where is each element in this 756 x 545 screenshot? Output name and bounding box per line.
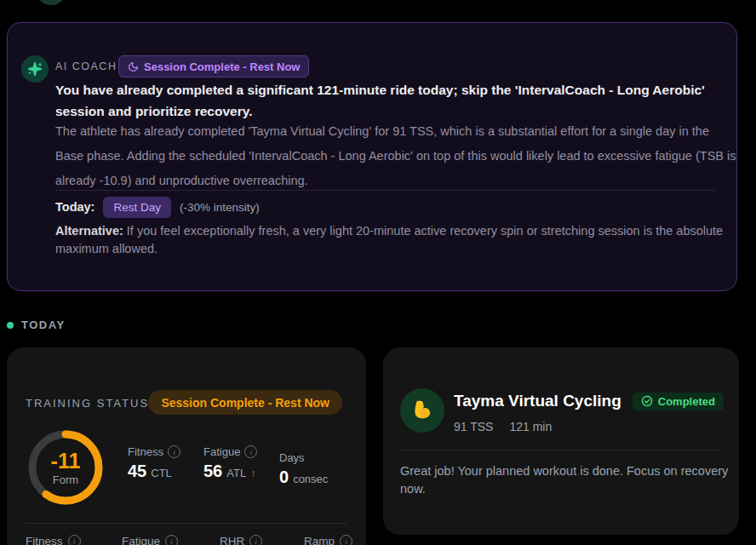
fatigue-value: 56 xyxy=(203,462,222,481)
ai-coach-card: AI COACH Session Complete - Rest Now You… xyxy=(7,22,737,291)
check-circle-icon xyxy=(641,395,653,407)
ai-status-badge-label: Session Complete - Rest Now xyxy=(144,60,300,73)
ai-coach-label: AI COACH xyxy=(55,60,117,72)
workout-message: Great job! Your planned workout is done.… xyxy=(400,462,729,498)
footer-ramp: Ramp i xyxy=(304,535,352,545)
alternative-label: Alternative: xyxy=(55,224,123,238)
workout-card-divider xyxy=(400,450,722,450)
form-gauge: -11 Form xyxy=(25,427,106,508)
workout-tss: 91 TSS xyxy=(454,420,493,433)
fitness-value: 45 xyxy=(128,462,146,481)
info-icon[interactable]: i xyxy=(244,445,257,458)
intensity-note: (-30% intensity) xyxy=(180,201,260,214)
footer-fitness: Fitness i xyxy=(26,535,81,545)
training-card-divider xyxy=(26,523,347,524)
today-dot-icon xyxy=(7,322,14,329)
fitness-metric: Fitness i 45 CTL xyxy=(128,445,203,487)
scrolled-avatar-remnant xyxy=(36,0,66,5)
metric-tabs-row: Fitness i Fatigue i RHR i Ramp i xyxy=(26,535,358,545)
today-section-header: TODAY xyxy=(7,318,66,331)
training-status-card: TRAINING STATUS Session Complete - Rest … xyxy=(7,347,366,545)
metrics-row: Fitness i 45 CTL Fatigue i 56 ATL ↑ Days xyxy=(128,445,355,487)
info-icon[interactable]: i xyxy=(340,535,352,545)
fitness-unit: CTL xyxy=(151,467,172,479)
workout-stats: 91 TSS 121 min xyxy=(454,420,552,433)
alternative-text: If you feel exceptionally fresh, a very … xyxy=(55,224,723,255)
days-metric: Days 0 consec xyxy=(279,451,355,487)
form-value: -11 xyxy=(51,450,81,472)
ai-card-divider xyxy=(55,190,716,191)
days-unit: consec xyxy=(293,473,328,485)
ai-sparkles-icon xyxy=(21,55,49,83)
completed-badge: Completed xyxy=(633,393,724,410)
ai-status-badge: Session Complete - Rest Now xyxy=(118,55,309,77)
rest-day-badge: Rest Day xyxy=(103,197,171,218)
today-plan-label: Today: xyxy=(55,200,94,214)
fatigue-metric: Fatigue i 56 ATL ↑ xyxy=(203,445,279,487)
footer-rhr: RHR i xyxy=(220,535,262,545)
fatigue-unit: ATL xyxy=(226,467,246,479)
days-value: 0 xyxy=(279,468,289,487)
completed-badge-label: Completed xyxy=(658,395,715,408)
info-icon[interactable]: i xyxy=(165,535,178,545)
info-icon[interactable]: i xyxy=(68,535,81,545)
days-label: Days xyxy=(279,451,305,464)
form-label: Form xyxy=(53,473,78,486)
bicep-icon xyxy=(400,388,444,433)
footer-fatigue: Fatigue i xyxy=(122,535,178,545)
today-plan-row: Today: Rest Day (-30% intensity) xyxy=(55,195,260,219)
trend-up-icon: ↑ xyxy=(250,467,256,479)
workout-duration: 121 min xyxy=(509,420,552,433)
workout-title: Tayma Virtual Cycling xyxy=(454,392,621,410)
workout-card[interactable]: Tayma Virtual Cycling Completed 91 TSS 1… xyxy=(383,347,739,535)
info-icon[interactable]: i xyxy=(249,535,262,545)
training-status-title: TRAINING STATUS xyxy=(26,397,149,410)
info-icon[interactable]: i xyxy=(168,445,180,458)
fatigue-label: Fatigue xyxy=(203,445,240,458)
fitness-label: Fitness xyxy=(128,445,163,458)
training-status-badge: Session Complete - Rest Now xyxy=(148,390,342,415)
ai-recommendation-body: The athlete has already completed 'Tayma… xyxy=(55,119,736,193)
today-section-title: TODAY xyxy=(21,318,66,331)
ai-recommendation-headline: You have already completed a significant… xyxy=(55,79,736,122)
alternative-paragraph: Alternative: If you feel exceptionally f… xyxy=(55,222,728,258)
moon-icon xyxy=(128,61,139,72)
